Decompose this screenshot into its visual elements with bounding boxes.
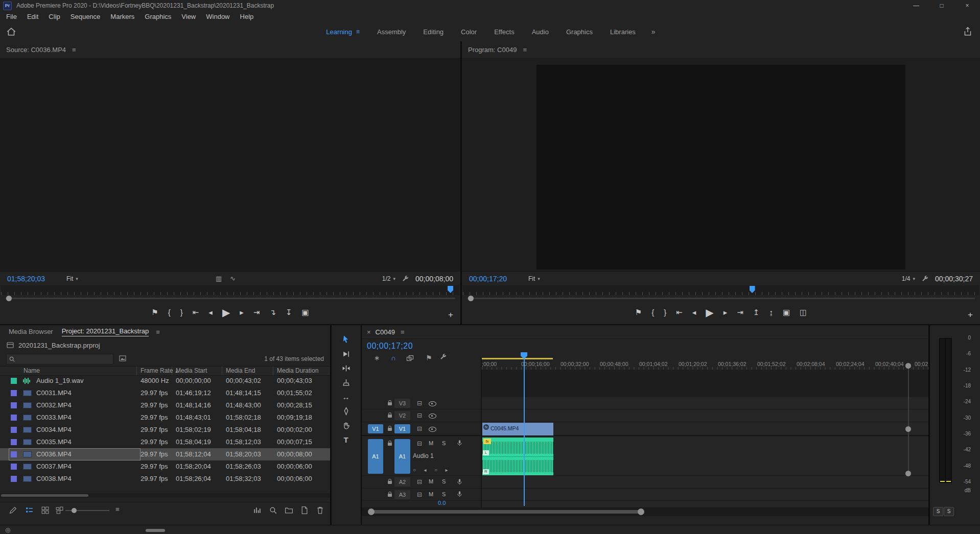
track-select-forward-tool[interactable] <box>340 348 352 360</box>
lock-icon[interactable] <box>388 443 392 446</box>
sync-lock-icon[interactable]: ⊟ <box>417 400 422 406</box>
lock-icon[interactable] <box>388 481 392 484</box>
item-name[interactable]: Audio 1_19.wav <box>36 375 84 387</box>
column-header[interactable]: Name▴ <box>24 367 40 375</box>
menu-file[interactable]: File <box>1 11 22 22</box>
workspace-overflow-icon[interactable]: » <box>644 28 663 36</box>
column-header[interactable]: Frame Rate▴ <box>141 367 178 375</box>
go-to-in-icon[interactable]: ⇤ <box>193 308 199 316</box>
source-zoom-select[interactable]: Fit <box>66 275 78 282</box>
lock-icon[interactable] <box>388 415 392 418</box>
close-button[interactable]: × <box>954 0 980 11</box>
menu-markers[interactable]: Markers <box>105 11 139 22</box>
program-zoom-scrollbar[interactable] <box>463 295 979 302</box>
table-row[interactable]: Audio 1_19.wav 48000 Hz 00;00;00;00 00;0… <box>0 375 330 387</box>
program-resolution-select[interactable]: 1/4 <box>902 275 915 282</box>
button-editor-add-icon[interactable]: + <box>968 310 973 320</box>
play-icon[interactable]: ▶ <box>222 307 230 318</box>
lock-icon[interactable] <box>388 402 392 405</box>
lift-icon[interactable]: ↥ <box>753 308 760 316</box>
maximize-button[interactable]: □ <box>929 0 954 11</box>
timeline-timecode[interactable]: 00;00;17;20 <box>367 342 413 351</box>
table-row[interactable]: C0032.MP4 29.97 fps 01;48;14;16 01;48;43… <box>0 399 330 411</box>
pen-tool[interactable] <box>340 405 352 417</box>
voiceover-record-mic-icon[interactable] <box>456 490 463 498</box>
label-color-swatch[interactable] <box>11 390 17 396</box>
workspace-audio[interactable]: Audio ≡ <box>523 28 557 36</box>
source-playhead[interactable] <box>448 286 453 293</box>
go-to-out-icon[interactable]: ⇥ <box>737 308 743 316</box>
workspace-editing[interactable]: Editing ≡ <box>414 28 452 36</box>
track-content-a2[interactable] <box>482 476 928 489</box>
track-name-label[interactable]: Audio 1 <box>413 452 434 459</box>
sync-lock-icon[interactable]: ⊟ <box>417 479 422 485</box>
table-row[interactable]: C0031.MP4 29.97 fps 01;46;19;12 01;48;14… <box>0 387 330 399</box>
label-color-swatch[interactable] <box>11 451 17 457</box>
minimize-button[interactable]: — <box>903 0 929 11</box>
timeline-vertical-scrollbar[interactable] <box>908 366 909 473</box>
search-input[interactable] <box>18 354 112 365</box>
share-export-icon[interactable] <box>963 27 973 37</box>
menu-graphics[interactable]: Graphics <box>139 11 176 22</box>
search-bin-icon[interactable] <box>119 354 127 362</box>
workspace-menu-icon[interactable]: ≡ <box>356 28 360 35</box>
tab-media-browser[interactable]: Media Browser <box>9 328 53 336</box>
sequence-tab[interactable]: C0049 <box>376 328 395 336</box>
step-forward-icon[interactable]: ▸ <box>724 308 728 316</box>
button-editor-add-icon[interactable]: + <box>448 310 453 320</box>
panel-menu-icon[interactable]: ≡ <box>401 328 405 336</box>
table-row[interactable]: C0037.MP4 29.97 fps 01;58;20;04 01;58;26… <box>0 460 330 473</box>
list-view-icon[interactable] <box>25 506 34 515</box>
panel-menu-icon[interactable]: ≡ <box>72 46 76 54</box>
find-icon[interactable] <box>269 506 277 515</box>
track-resize-handle[interactable] <box>905 471 911 476</box>
item-name[interactable]: C0031.MP4 <box>36 387 72 399</box>
panel-menu-icon[interactable]: ≡ <box>156 328 160 336</box>
audio-clip[interactable]: fx L R <box>482 438 553 475</box>
label-color-swatch[interactable] <box>11 464 17 470</box>
solo-button[interactable]: S <box>442 491 446 497</box>
solo-button[interactable]: S <box>933 507 943 516</box>
status-sync-icon[interactable]: ◎ <box>5 526 10 533</box>
track-content-a3[interactable] <box>482 489 928 501</box>
drag-audio-icon[interactable]: ∿ <box>230 275 236 282</box>
export-frame-icon[interactable]: ▣ <box>302 308 309 316</box>
program-timecode[interactable]: 00;00;17;20 <box>469 275 507 283</box>
timeline-playhead-line[interactable] <box>524 358 525 506</box>
source-viewer[interactable] <box>0 58 460 272</box>
source-patch-a1[interactable]: A1 <box>368 439 383 474</box>
status-scrollbar-handle[interactable] <box>146 529 165 532</box>
sort-options-icon[interactable]: ≡ <box>115 505 120 513</box>
item-name[interactable]: C0034.MP4 <box>36 424 72 436</box>
track-target-v2[interactable]: V2 <box>394 411 410 420</box>
mark-in-icon[interactable]: { <box>651 308 654 316</box>
menu-help[interactable]: Help <box>235 11 259 22</box>
new-bin-icon[interactable] <box>285 506 293 515</box>
source-settings-wrench-icon[interactable] <box>402 275 409 282</box>
timeline-horizontal-scrollbar[interactable] <box>362 508 928 516</box>
item-name[interactable]: C0037.MP4 <box>36 460 72 473</box>
zoom-scrollbar-handle[interactable] <box>468 296 474 301</box>
item-name[interactable]: C0032.MP4 <box>36 399 72 411</box>
track-output-eye-icon[interactable] <box>429 401 436 406</box>
icon-view-icon[interactable] <box>41 506 50 515</box>
keyframe-type-icon[interactable]: ○ <box>413 467 416 473</box>
scrollbar-handle[interactable] <box>1 494 88 497</box>
mark-out-icon[interactable]: } <box>664 308 666 316</box>
zoom-scrollbar-track[interactable] <box>5 298 455 299</box>
track-content-v2[interactable] <box>482 409 928 422</box>
video-clip[interactable]: fx C0045.MP4 <box>482 423 553 435</box>
item-name[interactable]: C0033.MP4 <box>36 411 72 424</box>
table-row[interactable]: C0036.MP4 29.97 fps 01;58;12;04 01;58;20… <box>0 448 330 460</box>
column-header[interactable]: Media Duration▴ <box>277 367 318 375</box>
program-playhead[interactable] <box>750 286 755 293</box>
solo-button[interactable]: S <box>442 440 446 446</box>
panel-menu-icon[interactable]: ≡ <box>523 46 527 54</box>
track-output-eye-icon[interactable] <box>429 427 436 432</box>
drag-video-icon[interactable]: ▥ <box>216 275 222 282</box>
add-marker-icon[interactable]: ⚑ <box>426 354 432 362</box>
solo-button[interactable]: S <box>944 507 954 516</box>
workspace-learning[interactable]: Learning ≡ <box>317 28 368 36</box>
freeform-view-icon[interactable] <box>55 506 64 515</box>
item-name[interactable]: C0035.MP4 <box>36 436 72 448</box>
